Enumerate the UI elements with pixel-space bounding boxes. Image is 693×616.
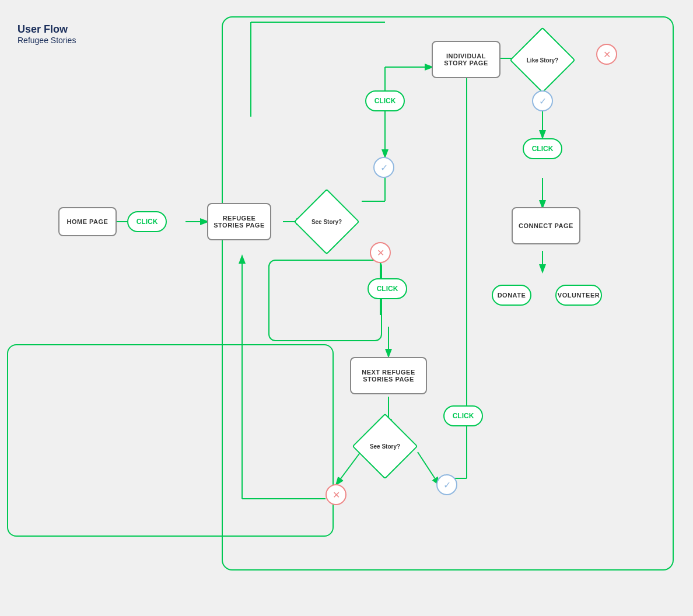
yes-like-circle: ✓ bbox=[532, 90, 553, 111]
click-to-connect[interactable]: CLICK bbox=[523, 138, 562, 159]
click-to-next-refugee[interactable]: CLICK bbox=[368, 278, 407, 299]
refugee-stories-page-node: REFUGEE STORIES PAGE bbox=[207, 203, 271, 240]
page-title: User Flow bbox=[18, 23, 76, 36]
no-like-circle: ✕ bbox=[596, 44, 617, 65]
yes-circle-bottom: ✓ bbox=[436, 474, 457, 495]
next-refugee-stories-node: NEXT REFUGEE STORIES PAGE bbox=[350, 357, 427, 394]
individual-story-page-node: INDIVIDUAL STORY PAGE bbox=[432, 41, 501, 78]
home-page-node: HOME PAGE bbox=[58, 207, 117, 236]
page-subtitle: Refugee Stories bbox=[18, 36, 76, 45]
like-story-diamond: Like Story? bbox=[516, 34, 569, 86]
yes-circle-1: ✓ bbox=[373, 157, 394, 178]
no-circle-bottom: ✕ bbox=[326, 484, 346, 505]
click-to-individual-story[interactable]: CLICK bbox=[365, 90, 405, 111]
see-story-diamond-1: See Story? bbox=[300, 195, 353, 248]
click-bottom-right[interactable]: CLICK bbox=[443, 405, 483, 426]
connect-page-node: CONNECT PAGE bbox=[512, 207, 580, 244]
no-circle-1: ✕ bbox=[370, 242, 391, 263]
connect-sub-container bbox=[268, 260, 382, 341]
title-area: User Flow Refugee Stories bbox=[18, 23, 76, 45]
click-home-to-refugee[interactable]: CLICK bbox=[127, 211, 167, 232]
volunteer-node[interactable]: VOLUNTEER bbox=[555, 285, 602, 306]
bottom-loop-container bbox=[7, 344, 334, 537]
see-story-diamond-2: See Story? bbox=[359, 420, 411, 473]
donate-node[interactable]: DONATE bbox=[492, 285, 531, 306]
